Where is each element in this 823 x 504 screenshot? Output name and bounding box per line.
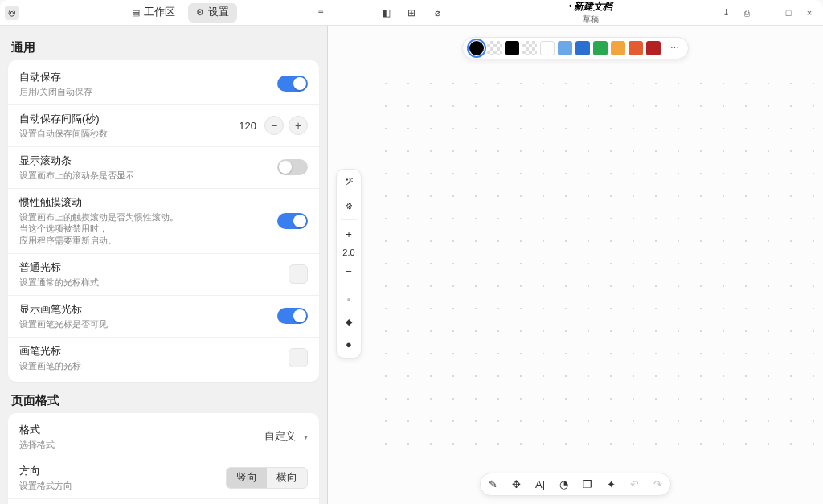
autosave-desc: 启用/关闭自动保存 bbox=[19, 86, 92, 98]
row-normal-cursor: 普通光标 设置通常的光标样式 bbox=[8, 253, 319, 295]
swatch-white[interactable] bbox=[540, 41, 555, 55]
chevron-down-icon[interactable]: ▾ bbox=[304, 432, 308, 441]
panel-left-icon[interactable]: ◧ bbox=[377, 4, 395, 22]
window-minimize[interactable]: – bbox=[759, 4, 776, 22]
download-icon[interactable]: ⤓ bbox=[717, 4, 735, 22]
show-brush-cursor-desc: 设置画笔光标是否可见 bbox=[19, 318, 108, 330]
document-subtitle: 草稿 bbox=[510, 14, 671, 25]
panel-link-icon[interactable]: ⌀ bbox=[428, 4, 446, 22]
normal-cursor-preview[interactable] bbox=[289, 264, 308, 284]
tool-text-icon[interactable]: A| bbox=[535, 478, 545, 490]
undo-button[interactable]: ↶ bbox=[630, 478, 639, 490]
row-width: 宽度 设置格式宽度 1123 − + Px bbox=[8, 498, 319, 504]
normal-cursor-label: 普通光标 bbox=[19, 260, 99, 275]
settings-panel: 通用 自动保存 启用/关闭自动保存 自动保存间隔(秒) 设置自动保存间隔秒数 1… bbox=[0, 26, 328, 504]
autosave-interval-plus[interactable]: + bbox=[289, 116, 308, 135]
panel-add-icon[interactable]: ⊞ bbox=[403, 4, 420, 22]
redo-button[interactable]: ↷ bbox=[653, 478, 662, 490]
format-value: 自定义 bbox=[264, 429, 296, 444]
tool-shapes-icon[interactable]: ✥ bbox=[512, 478, 521, 490]
document-title: 新建文档 bbox=[574, 1, 612, 12]
print-icon[interactable]: ⎙ bbox=[738, 4, 755, 22]
swatch-transparent-1[interactable] bbox=[487, 41, 502, 55]
palette-more-icon[interactable]: ⋯ bbox=[667, 41, 682, 55]
zoom-in-button[interactable]: + bbox=[339, 225, 358, 243]
tool-select-icon[interactable]: ❐ bbox=[583, 478, 592, 490]
row-show-brush-cursor: 显示画笔光标 设置画笔光标是否可见 bbox=[8, 295, 319, 337]
swatch-red[interactable] bbox=[646, 41, 661, 55]
tool-drop-icon[interactable]: ◆ bbox=[339, 313, 358, 330]
orientation-label: 方向 bbox=[19, 464, 72, 478]
window-close[interactable]: × bbox=[800, 4, 818, 22]
window-maximize[interactable]: □ bbox=[780, 4, 797, 22]
drawing-canvas[interactable] bbox=[371, 69, 817, 464]
normal-cursor-desc: 设置通常的光标样式 bbox=[19, 277, 99, 289]
autosave-interval-minus[interactable]: − bbox=[264, 116, 284, 135]
swatch-current[interactable] bbox=[469, 41, 484, 55]
format-desc: 选择格式 bbox=[19, 439, 55, 451]
row-brush-cursor: 画笔光标 设置画笔的光标 bbox=[8, 337, 319, 379]
workspace-icon: ▤ bbox=[132, 7, 140, 18]
tool-stroke-icon[interactable]: 𝄢 bbox=[339, 174, 358, 192]
inertial-desc: 设置画布上的触摸滚动是否为惯性滚动。 当这个选项被禁用时， 应用程序需要重新启动… bbox=[19, 211, 178, 248]
orientation-desc: 设置格式方向 bbox=[19, 480, 72, 492]
row-orientation: 方向 设置格式方向 竖向 横向 bbox=[8, 457, 319, 498]
inertial-switch[interactable] bbox=[277, 213, 308, 229]
section-page-title: 页面格式 bbox=[11, 393, 316, 408]
swatch-darkorange[interactable] bbox=[629, 41, 643, 55]
tool-eraser-icon[interactable]: ◔ bbox=[559, 478, 568, 490]
row-autosave-interval: 自动保存间隔(秒) 设置自动保存间隔秒数 120 − + bbox=[8, 104, 319, 146]
tab-workspace[interactable]: ▤ 工作区 bbox=[124, 3, 183, 23]
zoom-out-button[interactable]: − bbox=[339, 262, 358, 280]
tool-dot-icon[interactable]: ● bbox=[339, 290, 358, 308]
brush-cursor-desc: 设置画笔的光标 bbox=[19, 360, 81, 372]
show-brush-cursor-label: 显示画笔光标 bbox=[19, 302, 108, 317]
general-card: 自动保存 启用/关闭自动保存 自动保存间隔(秒) 设置自动保存间隔秒数 120 … bbox=[8, 60, 319, 382]
document-title-area: •新建文档 草稿 bbox=[510, 0, 671, 25]
tool-brush-icon[interactable]: ✎ bbox=[489, 478, 497, 490]
swatch-blue[interactable] bbox=[575, 41, 590, 55]
swatch-transparent-2[interactable] bbox=[522, 41, 537, 55]
autosave-label: 自动保存 bbox=[19, 70, 92, 84]
scrollbar-label: 显示滚动条 bbox=[19, 154, 134, 168]
tab-settings[interactable]: ⚙ 设置 bbox=[188, 3, 237, 23]
section-general-title: 通用 bbox=[11, 40, 316, 55]
bottom-toolbar: ✎ ✥ A| ◔ ❐ ✦ ↶ ↷ bbox=[480, 473, 671, 496]
orientation-segmented: 竖向 横向 bbox=[226, 467, 308, 489]
row-format: 格式 选择格式 自定义 ▾ bbox=[8, 416, 319, 457]
brush-cursor-label: 画笔光标 bbox=[19, 344, 81, 359]
tab-settings-label: 设置 bbox=[208, 6, 229, 19]
tool-circle-icon[interactable]: ● bbox=[339, 335, 358, 353]
autosave-interval-value: 120 bbox=[239, 120, 256, 132]
autosave-switch[interactable] bbox=[277, 76, 308, 92]
row-autosave: 自动保存 启用/关闭自动保存 bbox=[8, 64, 319, 104]
canvas-area: ⋯ 𝄢 ⚙ + 2.0 − ● ◆ ● ✎ ✥ A| ◔ ❐ ✦ ↶ ↷ bbox=[328, 26, 823, 504]
format-label: 格式 bbox=[19, 423, 55, 437]
brush-cursor-preview[interactable] bbox=[289, 348, 308, 367]
row-scrollbar: 显示滚动条 设置画布上的滚动条是否显示 bbox=[8, 146, 319, 188]
swatch-orange[interactable] bbox=[611, 41, 625, 55]
page-format-card: 格式 选择格式 自定义 ▾ 方向 设置格式方向 竖向 横向 bbox=[8, 413, 319, 504]
tab-workspace-label: 工作区 bbox=[144, 6, 175, 19]
tool-tools-icon[interactable]: ✦ bbox=[607, 478, 616, 490]
show-brush-cursor-switch[interactable] bbox=[277, 308, 308, 324]
zoom-level: 2.0 bbox=[342, 248, 354, 257]
scrollbar-switch[interactable] bbox=[277, 159, 308, 175]
hamburger-icon[interactable]: ≡ bbox=[312, 3, 330, 21]
swatch-black[interactable] bbox=[505, 41, 519, 55]
app-icon: ◎ bbox=[5, 6, 19, 20]
row-inertial: 惯性触摸滚动 设置画布上的触摸滚动是否为惯性滚动。 当这个选项被禁用时， 应用程… bbox=[8, 188, 319, 254]
color-palette: ⋯ bbox=[462, 37, 689, 59]
left-toolbar: 𝄢 ⚙ + 2.0 − ● ◆ ● bbox=[336, 169, 362, 359]
scrollbar-desc: 设置画布上的滚动条是否显示 bbox=[19, 170, 134, 182]
tool-settings-icon[interactable]: ⚙ bbox=[339, 197, 358, 215]
autosave-interval-label: 自动保存间隔(秒) bbox=[19, 112, 108, 126]
autosave-interval-desc: 设置自动保存间隔秒数 bbox=[19, 128, 108, 140]
swatch-lightblue[interactable] bbox=[558, 41, 572, 55]
swatch-green[interactable] bbox=[593, 41, 608, 55]
gear-icon: ⚙ bbox=[196, 7, 204, 18]
window-titlebar: ◎ ▤ 工作区 ⚙ 设置 ≡ ◧ ⊞ ⌀ •新建文档 草稿 ⤓ ⎙ – □ × bbox=[0, 0, 823, 26]
inertial-label: 惯性触摸滚动 bbox=[19, 195, 178, 210]
orientation-landscape[interactable]: 横向 bbox=[267, 468, 307, 488]
orientation-portrait[interactable]: 竖向 bbox=[227, 468, 267, 488]
